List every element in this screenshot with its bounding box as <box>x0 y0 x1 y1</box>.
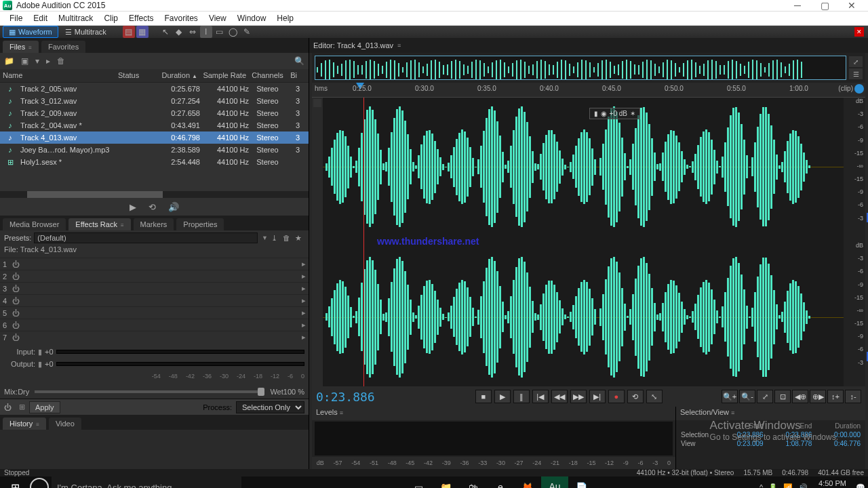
preview-play-icon[interactable]: ▶ <box>130 202 136 212</box>
waveform-editor[interactable]: ▮ ◉ +0 dB ✶ www.thundershare.net <box>323 98 844 386</box>
menu-effects[interactable]: Effects <box>123 12 159 25</box>
fx-slot[interactable]: 3⏻▸ <box>0 282 309 294</box>
process-dropdown[interactable]: Selection Only <box>236 401 304 413</box>
move-tool-icon[interactable]: ↖ <box>159 26 172 38</box>
insert-icon[interactable]: ▸ <box>46 56 50 66</box>
tab-media-browser[interactable]: Media Browser <box>3 218 66 230</box>
tray-up-icon[interactable]: ^ <box>760 483 763 488</box>
minimize-button[interactable]: ─ <box>784 0 811 11</box>
mode-waveform[interactable]: ▦Waveform <box>3 26 58 38</box>
col-samplerate[interactable]: Sample Rate <box>200 69 249 82</box>
zoom-out-point-icon[interactable]: ⊕▶ <box>810 390 826 403</box>
loop-button[interactable]: ⟲ <box>627 390 644 403</box>
firefox-icon[interactable]: 🦊 <box>514 476 541 488</box>
timecode[interactable]: 0:23.886 <box>316 390 375 404</box>
fx-slot[interactable]: 2⏻▸ <box>0 270 309 282</box>
notifications-icon[interactable]: 💬 <box>856 483 865 489</box>
go-start-button[interactable]: |◀ <box>532 390 549 403</box>
file-row[interactable]: ♪Track 2_005.wav0:25.67844100 HzStereo3 <box>0 83 309 95</box>
timeline-ruler[interactable]: hms (clip) 0:25.00:30.00:35.00:40.00:45.… <box>312 83 865 98</box>
output-gain[interactable]: +0 <box>45 360 54 368</box>
forward-button[interactable]: ▶▶ <box>570 390 587 403</box>
start-button[interactable]: ⊞ <box>3 476 27 488</box>
preview-loop-icon[interactable]: ⟲ <box>149 202 156 212</box>
menu-help[interactable]: Help <box>271 12 299 25</box>
fx-slot[interactable]: 7⏻▸ <box>0 331 309 343</box>
clock[interactable]: 4:50 PM5/20/2016 <box>813 479 850 488</box>
mode-multitrack[interactable]: ☰Multitrack <box>60 26 112 38</box>
close-button[interactable]: ✕ <box>838 0 865 11</box>
tab-video[interactable]: Video <box>49 418 81 430</box>
rewind-button[interactable]: ◀◀ <box>551 390 568 403</box>
new-file-icon[interactable]: ▣ <box>21 56 28 66</box>
audition-taskbar-icon[interactable]: Au <box>541 476 568 488</box>
cortana-search[interactable]: I'm Cortana. Ask me anything. <box>52 476 241 488</box>
spectral-freq-icon[interactable]: ▤ <box>123 26 135 38</box>
zoom-full-icon[interactable]: ⤢ <box>757 390 773 403</box>
file-row[interactable]: ♪Track 2_009.wav0:27.65844100 HzStereo3 <box>0 107 309 119</box>
fx-slot[interactable]: 1⏻▸ <box>0 258 309 270</box>
task-view-icon[interactable]: ▭ <box>406 476 433 488</box>
tab-effects-rack[interactable]: Effects Rack≡ <box>68 218 130 230</box>
apply-button[interactable]: Apply <box>29 401 60 413</box>
file-row[interactable]: ♪Track 2_004.wav *0:43.49144100 HzStereo… <box>0 119 309 131</box>
hud-volume[interactable]: ▮ ◉ +0 dB ✶ <box>589 108 640 119</box>
menu-multitrack[interactable]: Multitrack <box>53 12 98 25</box>
pin-timeline-icon[interactable] <box>854 84 864 94</box>
tab-history[interactable]: History≡ <box>3 418 46 430</box>
overview-waveform[interactable] <box>315 56 846 80</box>
zoom-amp-in-icon[interactable]: ↕+ <box>827 390 844 403</box>
tab-markers[interactable]: Markers <box>134 218 174 230</box>
tray-volume-icon[interactable]: 🔊 <box>798 483 808 489</box>
open-file-icon[interactable]: 📁 <box>4 56 14 66</box>
presets-dropdown[interactable]: (Default) <box>34 232 258 243</box>
playhead[interactable] <box>363 98 364 386</box>
zoom-amp-out-icon[interactable]: ↕- <box>845 390 861 403</box>
rack-toggle-icon[interactable]: ⊞ <box>19 403 25 411</box>
menu-window[interactable]: Window <box>232 12 272 25</box>
maximize-button[interactable]: ▢ <box>811 0 838 11</box>
menu-clip[interactable]: Clip <box>98 12 123 25</box>
preview-autoplay-icon[interactable]: 🔊 <box>168 202 179 212</box>
stop-button[interactable]: ■ <box>475 390 492 403</box>
mix-pct[interactable]: 100 % <box>283 388 304 396</box>
lasso-tool-icon[interactable]: ◯ <box>227 26 239 38</box>
save-preset-icon[interactable]: ⤓ <box>268 234 280 243</box>
edge-icon[interactable]: e <box>487 476 514 488</box>
tray-battery-icon[interactable]: 🔋 <box>768 483 778 489</box>
input-gain[interactable]: +0 <box>45 348 54 356</box>
editor-menu-icon[interactable]: ≡ <box>397 42 401 49</box>
mix-slider[interactable] <box>35 390 264 393</box>
search-icon[interactable]: 🔍 <box>294 56 304 66</box>
tab-files[interactable]: Files≡ <box>3 41 39 53</box>
zoom-nav-icon[interactable]: ⤢ <box>849 56 863 67</box>
file-row[interactable]: ♪Track 4_013.wav0:46.79844100 HzStereo3 <box>0 131 309 144</box>
col-channels[interactable]: Channels <box>249 69 286 82</box>
file-explorer-icon[interactable]: 📁 <box>433 476 460 488</box>
files-list[interactable]: ♪Track 2_005.wav0:25.67844100 HzStereo3♪… <box>0 83 309 191</box>
hud-pin-icon[interactable]: ✶ <box>630 110 635 117</box>
razor-tool-icon[interactable]: ◆ <box>173 26 185 38</box>
brush-tool-icon[interactable]: ✎ <box>241 26 253 38</box>
delete-icon[interactable]: 🗑 <box>57 56 65 66</box>
favorite-preset-icon[interactable]: ★ <box>292 234 304 243</box>
files-hscroll[interactable] <box>0 191 309 198</box>
file-row[interactable]: ♪Track 3_012.wav0:27.25444100 HzStereo3 <box>0 95 309 107</box>
menu-favorites[interactable]: Favorites <box>159 12 203 25</box>
fx-slot[interactable]: 4⏻▸ <box>0 294 309 306</box>
fx-slot[interactable]: 5⏻▸ <box>0 306 309 319</box>
file-row[interactable]: ⊞Holy1.sesx *2:54.44844100 HzStereo <box>0 156 309 168</box>
col-name[interactable]: Name <box>0 69 115 82</box>
go-end-button[interactable]: ▶| <box>589 390 606 403</box>
menu-edit[interactable]: Edit <box>28 12 53 25</box>
col-bit[interactable]: Bi <box>286 69 300 82</box>
menu-view[interactable]: View <box>203 12 232 25</box>
marquee-tool-icon[interactable]: ▭ <box>214 26 226 38</box>
notepad-icon[interactable]: 📄 <box>568 476 595 488</box>
record-button[interactable]: ● <box>608 390 625 403</box>
zoom-out-icon[interactable]: 🔍- <box>739 390 755 403</box>
tray-wifi-icon[interactable]: 📶 <box>783 483 793 489</box>
tab-favorites[interactable]: Favorites <box>41 41 85 53</box>
delete-preset-icon[interactable]: 🗑 <box>280 234 292 242</box>
close-workspace-icon[interactable]: ✕ <box>854 27 864 37</box>
